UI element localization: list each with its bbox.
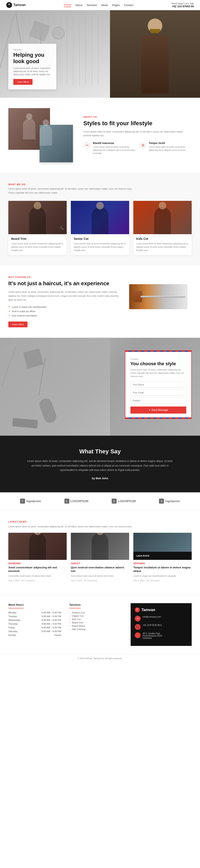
feature-desc-1: Lorem ipsum dolor sit amet consectetur a… xyxy=(93,146,136,155)
service-desc-beard: Lorem ipsum dolor sit amet consectetur a… xyxy=(11,242,64,252)
phone-number: +62 123 87600 69 xyxy=(172,5,194,8)
service-desc-kids: Lorem ipsum dolor sit amet consectetur a… xyxy=(136,242,189,252)
news-card-1: Barbering Amet consectetuer adipiscing e… xyxy=(8,533,67,584)
news-meta-1: July 3, 2021 · No Comments xyxy=(8,580,67,582)
service-body-beard: Beard Trim Lorem ipsum dolor sit amet co… xyxy=(8,234,67,255)
contact-form: ✈ Send Message xyxy=(130,381,186,413)
footer-wednesday: Wednesday 9:00 AM – 5:00 PM xyxy=(8,619,61,621)
news-label: Latest News xyxy=(8,521,192,523)
brand-icon-3: G xyxy=(112,499,116,504)
brand-name-1: logoipsum xyxy=(26,499,41,503)
footer-services-title: Services xyxy=(69,603,80,609)
news-body-1: Barbering Amet consectetuer adipiscing e… xyxy=(8,560,67,584)
news-comments-2: No Comments xyxy=(84,580,97,582)
time-thursday: 9:00 AM – 5:00 PM xyxy=(42,623,61,625)
news-comments-3: No Comments xyxy=(146,580,160,582)
footer-service-3: Kids Cut xyxy=(69,618,122,620)
footer-inner: Work Hours Monday 9:00 AM – 5:00 PM Tues… xyxy=(0,595,200,654)
razor-container xyxy=(129,284,192,309)
brush-deco xyxy=(29,21,51,42)
what-we-do-header: What we do Lorem ipsum dolor sit amet, c… xyxy=(8,183,192,195)
news-meta-2: July 3, 2021 · No Comments xyxy=(71,580,129,582)
what-we-do-label: What we do xyxy=(8,183,192,186)
feature-desc-2: Lorem ipsum dolor sit amet consectetur a… xyxy=(149,146,192,152)
why-cta-button[interactable]: Learn More xyxy=(8,321,28,327)
scissors-deco-1: ✂ xyxy=(58,224,66,233)
copyright: © 2024 Tamvan. Tamvan inc. All rights re… xyxy=(0,654,200,662)
footer-work-hours: Work Hours Monday 9:00 AM – 5:00 PM Tues… xyxy=(8,603,61,646)
day-wednesday: Wednesday xyxy=(8,619,21,621)
why-text: Why choose us It's not just a haircut, i… xyxy=(8,276,119,327)
contact-email-input[interactable] xyxy=(130,390,186,396)
news-barber-1 xyxy=(29,533,46,560)
hero-barber-image xyxy=(110,10,200,98)
nav-home[interactable]: Home xyxy=(64,3,71,7)
feature-content-1: Blandit maecenas Lorem ipsum dolor sit a… xyxy=(93,142,136,155)
contact-send-button[interactable]: ✈ Send Message xyxy=(130,406,186,413)
hero-cta-button[interactable]: Learn More xyxy=(13,79,33,85)
logos-section: T logoipsum L LOGOIPSUM G LOGOIPSUM S lo… xyxy=(0,492,200,510)
nav-pages[interactable]: Pages xyxy=(112,4,120,7)
logo-item-2: L LOGOIPSUM xyxy=(64,499,89,504)
feature-item-1: ✂ Blandit maecenas Lorem ipsum dolor sit… xyxy=(84,142,136,155)
about-person-1 xyxy=(23,119,35,140)
nav-about[interactable]: About xyxy=(75,4,82,7)
news-card-2: Haircut Quis nostrud exercitation ullamc… xyxy=(71,533,129,584)
footer-contact-address: 📍 99 S, Jendiko Park Pertumbuhana 282/4 … xyxy=(135,632,188,639)
feature-icon-1: ✂ xyxy=(84,142,91,149)
news-title-1: Amet consectetuer adipiscing elit sed ei… xyxy=(8,566,67,573)
news-desc-3: Lorem in risque non reprehenderit in vol… xyxy=(133,575,192,578)
brand-icon-2: L xyxy=(64,499,69,504)
about-section: About Us Styles to fit your lifestyle Lo… xyxy=(0,98,200,173)
news-section: Latest News Lorem ipsum dolor sit amet, … xyxy=(0,510,200,595)
service-body-kids: Kids Cut Lorem ipsum dolor sit amet cons… xyxy=(133,234,192,255)
contact-subject-input[interactable] xyxy=(130,397,186,404)
footer-work-hours-title: Work Hours xyxy=(8,603,24,609)
why-item-2: Sunt in culpa qui officia xyxy=(8,310,119,313)
news-date-1: July 3, 2021 xyxy=(8,580,20,582)
news-image-1 xyxy=(8,533,67,560)
footer-sunday: Sunday Closed xyxy=(8,634,61,636)
feature-item-2: ⚙ Tempor incidi Lorem ipsum dolor sit am… xyxy=(139,142,192,155)
service-image-kids xyxy=(133,201,192,234)
hero-content-card: Tamvan Helping you look good Lorem ipsum… xyxy=(8,44,56,89)
logo-item-1: T logoipsum xyxy=(20,499,41,504)
envelope-card: Contact You choose the style Lorem ipsum… xyxy=(125,350,192,419)
time-tuesday: 9:00 AM – 5:00 PM xyxy=(42,615,61,618)
hero-description: Lorem ipsum dolor sit amet, consectetur … xyxy=(13,67,51,76)
about-image-2 xyxy=(40,125,73,162)
envelope-bottom-stripe xyxy=(125,417,191,418)
news-image-3: Latest Article xyxy=(133,533,192,560)
footer-phone-text: +62 1234 5678 9012 xyxy=(143,624,162,626)
service-card-senior: Senior Cut Lorem ipsum dolor sit amet co… xyxy=(71,201,129,255)
testimonials-text: Lorem ipsum dolor sit amet, consectetur … xyxy=(27,459,173,472)
footer-brand-text: Tamvan xyxy=(141,608,156,612)
service-name-kids: Kids Cut xyxy=(136,237,189,241)
why-label: Why choose us xyxy=(8,276,119,278)
news-meta-3: July 3, 2021 · No Comments xyxy=(133,580,192,582)
footer-phone-icon: 📞 xyxy=(135,624,141,630)
logo-item-3: G LOGOIPSUM xyxy=(112,499,136,504)
brand-logo[interactable]: Tamvan xyxy=(6,2,26,8)
footer-service-list: Scissors Cut Clipper Cut Kids Cut Beard … xyxy=(69,611,122,630)
service-name-senior: Senior Cut xyxy=(74,237,126,241)
nav-services[interactable]: Services xyxy=(87,4,97,7)
testimonials-section: What They Say Lorem ipsum dolor sit amet… xyxy=(0,436,200,492)
news-title-3: Tempor incididunt ut labore et dolore ma… xyxy=(133,566,192,573)
barber-figure-container xyxy=(134,14,176,94)
about-label: About Us xyxy=(84,116,192,118)
razor-blade xyxy=(141,296,186,298)
logo-icon xyxy=(6,2,12,8)
news-image-2 xyxy=(71,533,129,560)
contact-name-input[interactable] xyxy=(130,381,186,388)
news-intro-desc: Lorem ipsum dolor sit amet, consectetur … xyxy=(8,525,192,529)
footer-friday: Friday 9:00 AM – 5:00 PM xyxy=(8,626,61,629)
time-sunday: Closed xyxy=(54,634,61,636)
footer-monday: Monday 9:00 AM – 5:00 PM xyxy=(8,611,61,614)
nav-news[interactable]: News xyxy=(101,4,108,7)
footer-service-5: Royal Shave xyxy=(69,625,122,627)
footer-brand: T Tamvan ✉ info@company.com 📞 +62 1234 5… xyxy=(131,603,192,646)
contact-tool-5 xyxy=(38,397,58,425)
nav-links: Home About Services News Pages Contact xyxy=(64,3,133,7)
nav-contact[interactable]: Contact xyxy=(124,4,133,7)
